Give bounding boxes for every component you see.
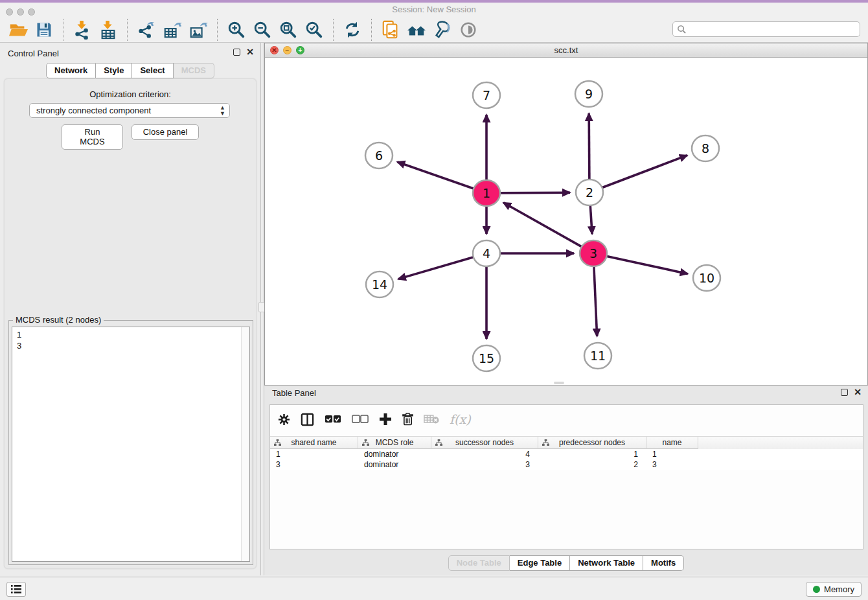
column-header-name[interactable]: name [646, 437, 698, 449]
import-table-icon [98, 20, 118, 40]
optimization-criterion-select[interactable]: strongly connected component ▲▼ [29, 103, 230, 118]
import-table-button[interactable] [97, 19, 119, 40]
svg-text:15: 15 [479, 351, 494, 365]
tab-network-table[interactable]: Network Table [570, 555, 643, 571]
graph-edge-3-1[interactable] [503, 203, 582, 248]
task-history-button[interactable] [6, 582, 26, 597]
control-panel: Control Panel ✕ Network Style Select MCD… [0, 43, 260, 575]
column-header-mcds-role[interactable]: MCDS role [358, 437, 431, 449]
control-panel-title: Control Panel [8, 49, 59, 58]
search-input[interactable] [672, 21, 860, 37]
table-panel-title: Table Panel [272, 388, 316, 398]
table-settings-button[interactable] [278, 413, 290, 426]
network-window-titlebar[interactable]: ✕ − + scc.txt [265, 43, 867, 58]
tab-network[interactable]: Network [46, 63, 96, 78]
tab-select[interactable]: Select [132, 63, 173, 78]
memory-label: Memory [824, 584, 854, 594]
node-table-card: f(x) shared name MCDS role successor nod… [269, 404, 863, 549]
tab-motifs[interactable]: Motifs [643, 555, 684, 571]
graph-node-10[interactable]: 10 [693, 265, 720, 291]
graph-node-8[interactable]: 8 [692, 135, 719, 161]
run-mcds-button[interactable]: Run MCDS [62, 124, 123, 150]
open-session-button[interactable] [7, 19, 29, 40]
graph-node-1[interactable]: 1 [473, 180, 500, 206]
pane-divider-grip[interactable] [554, 382, 564, 384]
table-row[interactable]: 1 dominator 4 1 1 [270, 449, 863, 459]
save-session-button[interactable] [33, 19, 55, 40]
apply-style-button[interactable] [431, 19, 453, 40]
svg-text:10: 10 [699, 271, 714, 285]
graph-node-9[interactable]: 9 [575, 81, 602, 107]
network-graph: 7968124314101511 [265, 58, 867, 386]
column-header-shared-name[interactable]: shared name [270, 437, 358, 449]
refresh-button[interactable] [341, 19, 363, 40]
delete-column-button[interactable] [402, 413, 413, 426]
control-panel-tabs: Network Style Select MCDS [0, 63, 260, 78]
add-column-button[interactable] [379, 413, 392, 426]
hierarchy-icon [542, 439, 549, 446]
hierarchy-icon [435, 439, 442, 446]
zoom-fit-button[interactable] [277, 19, 299, 40]
graph-edge-4-14[interactable] [398, 257, 475, 279]
zoom-selected-button[interactable] [303, 19, 325, 40]
graph-edge-1-2[interactable] [499, 192, 570, 193]
result-scrollbar[interactable] [241, 327, 249, 561]
status-bar: Memory [0, 577, 868, 600]
mcds-result-line: 1 [17, 329, 21, 340]
chevron-up-down-icon: ▲▼ [220, 105, 225, 117]
network-canvas[interactable]: 7968124314101511 [265, 58, 867, 385]
graph-edge-2-8[interactable] [601, 156, 687, 189]
main-toolbar [0, 17, 868, 43]
float-panel-icon[interactable] [233, 49, 240, 56]
export-table-button[interactable] [161, 19, 183, 40]
deselect-all-rows-button[interactable] [352, 415, 369, 424]
home-icon [406, 20, 427, 40]
svg-text:2: 2 [586, 185, 593, 200]
import-network-button[interactable] [71, 19, 93, 40]
export-network-button[interactable] [135, 19, 157, 40]
style-brush-icon [433, 20, 452, 40]
graph-edge-2-3[interactable] [590, 205, 592, 234]
export-image-button[interactable] [187, 19, 209, 40]
column-header-successor-nodes[interactable]: successor nodes [431, 437, 538, 449]
graph-edge-1-6[interactable] [397, 162, 475, 189]
refresh-icon [343, 21, 361, 39]
graph-node-7[interactable]: 7 [473, 82, 500, 108]
graph-edge-3-11[interactable] [594, 266, 597, 336]
clone-network-icon [381, 20, 400, 40]
clone-network-button[interactable] [380, 19, 402, 40]
columns-icon [301, 413, 314, 426]
close-table-panel-icon[interactable]: ✕ [854, 389, 862, 396]
table-row[interactable]: 3 dominator 3 2 3 [270, 459, 863, 470]
graph-node-11[interactable]: 11 [584, 343, 611, 369]
zoom-out-button[interactable] [251, 19, 273, 40]
mcds-panel: Optimization criterion: strongly connect… [4, 78, 257, 569]
tab-mcds[interactable]: MCDS [174, 63, 214, 78]
close-panel-button[interactable]: Close panel [131, 124, 199, 140]
tab-node-table[interactable]: Node Table [448, 555, 510, 571]
graph-node-3[interactable]: 3 [580, 240, 607, 266]
zoom-in-button[interactable] [225, 19, 247, 40]
select-all-rows-button[interactable] [325, 415, 341, 424]
zoom-selected-icon [304, 20, 324, 40]
tab-style[interactable]: Style [96, 63, 132, 78]
home-layout-button[interactable] [405, 19, 428, 40]
show-columns-button[interactable] [301, 413, 314, 426]
column-header-predecessor-nodes[interactable]: predecessor nodes [538, 437, 646, 449]
toolbar-separator [333, 19, 334, 41]
tab-edge-table[interactable]: Edge Table [510, 555, 570, 571]
graph-edge-3-10[interactable] [606, 256, 688, 274]
graph-node-15[interactable]: 15 [473, 345, 500, 371]
close-panel-icon[interactable]: ✕ [246, 49, 254, 56]
checked-boxes-icon [325, 415, 341, 424]
memory-button[interactable]: Memory [806, 582, 862, 597]
graph-node-4[interactable]: 4 [473, 240, 500, 266]
network-view-window: ✕ − + scc.txt 7968124314101511 [264, 43, 868, 386]
graph-edge-2-9[interactable] [589, 113, 589, 180]
graph-node-6[interactable]: 6 [365, 143, 393, 168]
graph-node-14[interactable]: 14 [366, 271, 393, 297]
mcds-result-textarea[interactable]: 1 3 [12, 327, 250, 562]
float-table-panel-icon[interactable] [841, 389, 848, 396]
hide-panel-button[interactable] [457, 19, 479, 40]
graph-node-2[interactable]: 2 [576, 179, 603, 205]
